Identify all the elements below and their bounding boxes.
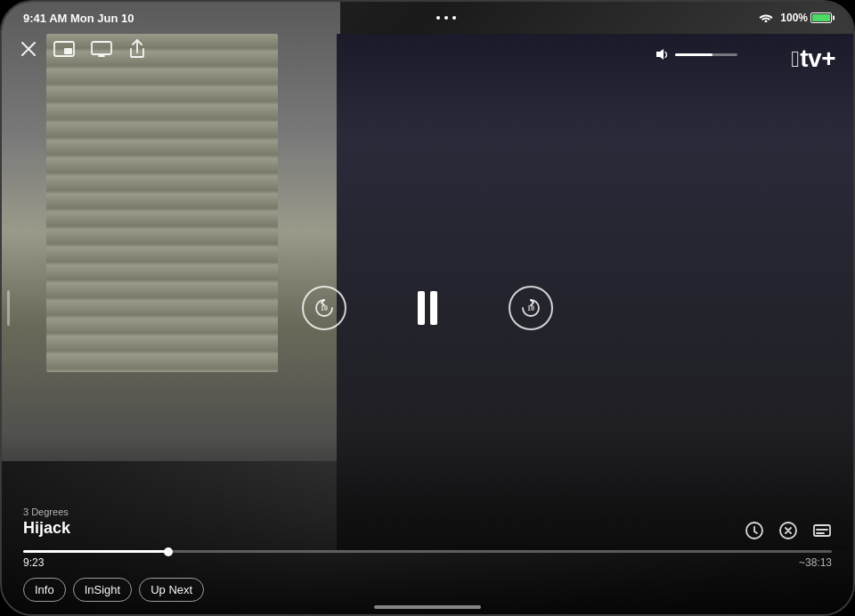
center-controls: 10 10 xyxy=(302,286,553,330)
episode-label: 3 Degrees xyxy=(23,507,70,517)
episode-title: Hijack xyxy=(23,519,70,538)
bottom-action-row: Info InSight Up Next xyxy=(23,578,832,602)
status-right: 100% xyxy=(759,11,832,25)
home-indicator xyxy=(374,605,481,609)
playback-speed-icon xyxy=(745,521,764,540)
wifi-icon xyxy=(759,11,773,25)
svg-text:10: 10 xyxy=(527,304,534,312)
apple-tv-logo: tv+ xyxy=(791,45,835,73)
volume-slider-fill xyxy=(675,53,712,56)
forward-button[interactable]: 10 xyxy=(509,286,553,330)
progress-bar-background xyxy=(23,550,832,553)
status-bar: 9:41 AM Mon Jun 10 100% xyxy=(2,2,853,34)
bottom-right-buttons xyxy=(745,521,832,545)
forward-icon: 10 xyxy=(518,296,543,320)
progress-handle[interactable] xyxy=(164,547,173,556)
screen-mirroring-button[interactable] xyxy=(91,41,112,57)
status-center xyxy=(436,16,456,20)
pause-bar-left xyxy=(418,291,425,325)
volume-slider-bg[interactable] xyxy=(675,53,737,56)
up-next-button[interactable]: Up Next xyxy=(139,578,204,602)
cabin-wall xyxy=(2,2,340,461)
audio-icon xyxy=(778,521,798,540)
svg-rect-4 xyxy=(92,42,111,54)
svg-text:10: 10 xyxy=(321,304,328,312)
side-scroll-indicator xyxy=(7,290,10,326)
audio-button[interactable] xyxy=(778,521,798,545)
progress-container[interactable] xyxy=(23,550,832,553)
subtitles-button[interactable] xyxy=(812,521,832,545)
pause-button[interactable] xyxy=(418,291,437,325)
apple-symbol:  xyxy=(791,45,799,73)
bottom-controls: 3 Degrees Hijack xyxy=(2,507,853,614)
volume-control[interactable] xyxy=(656,48,737,61)
share-button[interactable] xyxy=(128,39,146,59)
insight-button[interactable]: InSight xyxy=(73,578,132,602)
pip-button[interactable] xyxy=(53,41,75,57)
rewind-circle: 10 xyxy=(302,286,346,330)
svg-rect-3 xyxy=(64,48,72,54)
remaining-time: ~38:13 xyxy=(799,556,832,569)
status-time: 9:41 AM Mon Jun 10 xyxy=(23,12,134,25)
progress-bar-fill xyxy=(23,550,168,553)
battery-fill xyxy=(812,14,830,21)
blinds xyxy=(46,34,278,372)
bottom-left-buttons: Info InSight Up Next xyxy=(23,578,204,602)
status-dot-2 xyxy=(444,16,448,20)
svg-marker-5 xyxy=(656,49,664,60)
info-button[interactable]: Info xyxy=(23,578,66,602)
title-area: 3 Degrees Hijack xyxy=(23,507,70,538)
battery-percent: 100% xyxy=(780,12,808,24)
close-button[interactable] xyxy=(20,40,37,58)
forward-circle: 10 xyxy=(509,286,553,330)
playback-speed-button[interactable] xyxy=(745,521,764,545)
svg-rect-10 xyxy=(814,525,830,536)
subtitles-icon xyxy=(812,521,832,540)
battery-container: 100% xyxy=(780,12,832,24)
battery-icon xyxy=(810,12,832,23)
rewind-icon: 10 xyxy=(312,296,337,320)
current-time: 9:23 xyxy=(23,556,44,569)
device-frame: 9:41 AM Mon Jun 10 100% xyxy=(0,0,855,616)
top-left-controls xyxy=(20,39,146,59)
status-dot-3 xyxy=(452,16,456,20)
rewind-button[interactable]: 10 xyxy=(302,286,346,330)
apple-tv-text: tv+ xyxy=(791,45,835,73)
status-dot-1 xyxy=(436,16,440,20)
volume-icon xyxy=(656,48,670,61)
time-row: 9:23 ~38:13 xyxy=(23,556,832,569)
pause-bar-right xyxy=(430,291,437,325)
